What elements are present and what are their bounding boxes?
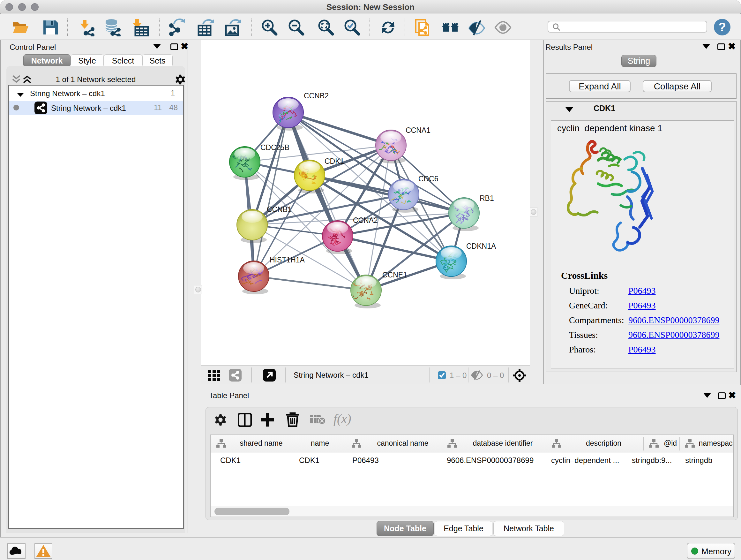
svg-text:CDC6: CDC6 — [418, 175, 439, 183]
svg-text:CCNA2: CCNA2 — [353, 216, 378, 225]
svg-text:CCNB1: CCNB1 — [267, 205, 292, 213]
svg-text:CCNA1: CCNA1 — [406, 126, 430, 134]
svg-text:RB1: RB1 — [480, 194, 494, 202]
svg-text:CCNE1: CCNE1 — [382, 271, 407, 279]
svg-text:CCNB2: CCNB2 — [304, 91, 329, 100]
svg-text:HIST1H1A: HIST1H1A — [270, 256, 305, 264]
svg-text:CDKN1A: CDKN1A — [466, 242, 496, 250]
svg-text:CDC25B: CDC25B — [260, 143, 289, 152]
svg-text:CDK1: CDK1 — [325, 157, 344, 165]
